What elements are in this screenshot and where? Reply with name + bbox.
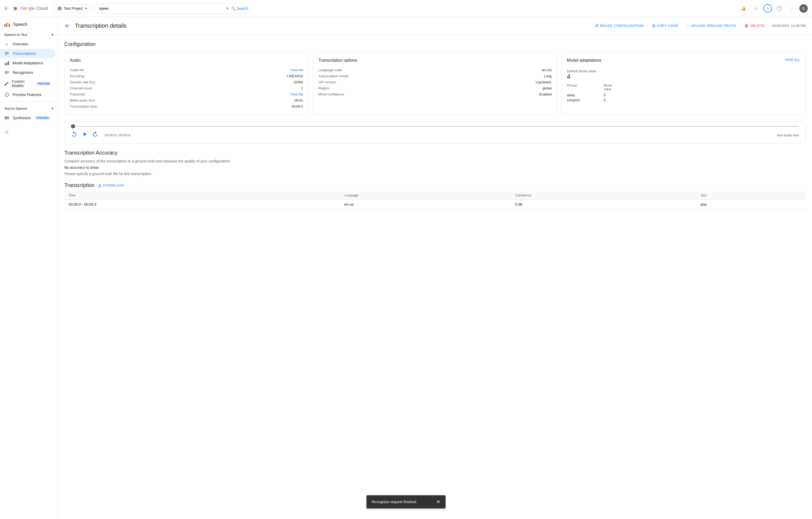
table-row: 00:00.0 - 00:00.4 en-us 0.96 plat xyxy=(64,200,806,209)
stt-section-label: Speech-to-Text xyxy=(4,33,27,37)
copy-code-label: COPY CODE xyxy=(657,24,678,28)
boost-row-compost: compost 5 xyxy=(567,97,800,103)
channel-count-label: Channel count xyxy=(70,86,92,90)
stt-chevron-icon: ▾ xyxy=(51,32,54,37)
hamburger-menu-icon[interactable]: ☰ xyxy=(4,6,8,10)
collapse-sidebar-icon: ◁ xyxy=(4,129,8,135)
back-button[interactable] xyxy=(64,23,71,29)
transcript-link[interactable]: View file xyxy=(290,92,303,96)
tts-section-header[interactable]: Text-to-Speech ▾ xyxy=(0,104,58,113)
configuration-cards: Audio Audio file View file Encoding LINE… xyxy=(64,53,806,115)
page-timestamp: 03/20/2024, 12:36 PM xyxy=(772,24,806,28)
search-input[interactable] xyxy=(99,6,226,10)
language-code-label: Language code xyxy=(318,68,342,72)
account-badge[interactable]: 1 xyxy=(763,4,772,13)
audio-progress-bar[interactable] xyxy=(71,126,799,127)
word-confidence-value: Enabled xyxy=(539,92,552,96)
search-clear-icon[interactable]: ✕ xyxy=(226,6,229,10)
replay-button[interactable] xyxy=(71,131,77,139)
default-boost-value: 4 xyxy=(567,73,800,81)
custom-models-preview-badge: PREVIEW xyxy=(36,82,51,86)
more-vert-icon: ⋮ xyxy=(790,6,794,10)
sample-rate-row: Sample rate (hz) 32000 xyxy=(70,79,303,85)
project-dot-icon xyxy=(57,6,62,10)
player-controls: 00:00.0 / 00:00.6 test-audio.wav xyxy=(71,131,799,139)
sidebar-item-label: Recognizers xyxy=(13,70,33,75)
project-name: Test Project xyxy=(64,6,83,10)
audio-progress-thumb[interactable] xyxy=(71,124,75,128)
configuration-section-title: Configuration xyxy=(64,41,806,47)
svg-rect-4 xyxy=(5,63,6,65)
snackbar-close-button[interactable]: ✕ xyxy=(436,499,440,505)
delete-label: DELETE xyxy=(750,24,764,28)
boost-table-header: Phrase Boost value xyxy=(567,84,800,91)
sidebar-item-recognizers[interactable]: Recognizers xyxy=(0,68,56,77)
sidebar-item-transcriptions[interactable]: Transcriptions xyxy=(0,49,56,58)
help-button[interactable]: ? xyxy=(774,3,785,14)
cloud-shell-button[interactable]: ▷ xyxy=(751,3,761,14)
more-options-button[interactable]: ⋮ xyxy=(787,3,797,14)
row-text: plat xyxy=(697,200,806,209)
project-selector[interactable]: Test Project ▾ xyxy=(54,4,90,12)
speech-icon xyxy=(4,22,10,27)
sidebar-item-preview-features[interactable]: Preview Features xyxy=(0,90,56,99)
svg-rect-6 xyxy=(8,61,9,65)
sidebar-item-label: Synthesize xyxy=(13,116,31,120)
user-avatar[interactable]: G xyxy=(799,4,808,13)
api-version-row: API version v1p1beta1 xyxy=(318,79,552,85)
no-accuracy-text: No accuracy to show. xyxy=(64,165,806,170)
table-header-row: Time Language Confidence Text xyxy=(64,192,806,200)
audio-card-title: Audio xyxy=(70,58,303,63)
channel-count-value: 1 xyxy=(301,86,303,90)
transcription-table-header: Transcription DOWNLOAD xyxy=(64,182,806,188)
google-cloud-text: Google Cloud xyxy=(20,6,48,11)
confidence-column-header: Confidence xyxy=(511,192,697,200)
snackbar: Recognize request finished ✕ xyxy=(367,495,445,509)
svg-rect-9 xyxy=(5,73,7,74)
svg-rect-7 xyxy=(5,71,9,72)
reuse-configuration-button[interactable]: ↺ REUSE CONFIGURATION xyxy=(591,21,647,30)
accuracy-description: Compare accuracy of the transcription to… xyxy=(64,159,806,163)
delete-button[interactable]: 🗑 DELETE xyxy=(741,21,768,30)
sidebar-item-model-adaptations[interactable]: Model Adaptations xyxy=(0,58,56,68)
page-header: Transcription details ↺ REUSE CONFIGURAT… xyxy=(58,17,812,35)
sidebar-item-synthesize[interactable]: Synthesize PREVIEW xyxy=(0,113,56,123)
audio-file-link[interactable]: View file xyxy=(290,68,303,72)
speech-header: Speech xyxy=(0,19,58,30)
play-button[interactable] xyxy=(82,131,88,139)
sidebar-item-label: Preview Features xyxy=(13,92,41,97)
sidebar-collapse-btn[interactable]: ◁ xyxy=(0,123,58,137)
encoding-row: Encoding LINEAR16 xyxy=(70,73,303,79)
notifications-button[interactable]: 🔔 xyxy=(738,3,749,14)
row-confidence: 0.96 xyxy=(511,200,697,209)
sidebar-divider xyxy=(0,102,58,102)
transcription-table-title: Transcription xyxy=(64,182,95,188)
audio-player: 00:00.0 / 00:00.6 test-audio.wav xyxy=(64,121,806,143)
reuse-config-label: REUSE CONFIGURATION xyxy=(600,24,644,28)
stt-section-header[interactable]: Speech-to-Text ▾ xyxy=(0,30,58,39)
billed-audio-row: Billed audio time 00:01 xyxy=(70,97,303,104)
audio-filename: test-audio.wav xyxy=(777,133,799,137)
language-code-value: en-US xyxy=(542,68,552,72)
time-column-header: Time xyxy=(64,192,340,200)
transcription-model-label: Transcription model xyxy=(318,74,349,78)
google-cloud-icon xyxy=(12,5,18,11)
region-row: Region global xyxy=(318,85,552,91)
synthesize-preview-badge: PREVIEW xyxy=(35,116,50,120)
transcription-model-row: Transcription model Long xyxy=(318,73,552,79)
svg-rect-3 xyxy=(5,55,7,55)
audio-file-row: Audio file View file xyxy=(70,67,303,73)
upload-ground-truth-button[interactable]: ↑ UPLOAD GROUND TRUTH xyxy=(684,21,739,30)
sidebar-item-overview[interactable]: ⌂ Overview xyxy=(0,39,56,49)
sidebar-item-label: Model Adaptations xyxy=(13,61,43,65)
search-button[interactable]: 🔍 Search xyxy=(231,6,248,10)
view-all-button[interactable]: VIEW ALL xyxy=(785,58,800,62)
download-button[interactable]: DOWNLOAD xyxy=(98,183,124,188)
encoding-label: Encoding xyxy=(70,74,84,78)
forward-button[interactable] xyxy=(92,131,98,139)
sidebar-item-custom-models[interactable]: 🎤 Custom Models PREVIEW xyxy=(0,77,56,90)
copy-code-button[interactable]: ⧉ COPY CODE xyxy=(649,21,682,30)
transcription-options-card: Transcription options Language code en-U… xyxy=(313,53,557,115)
transcription-table: Time Language Confidence Text 00:00.0 - … xyxy=(64,192,806,209)
region-value: global xyxy=(543,86,552,90)
